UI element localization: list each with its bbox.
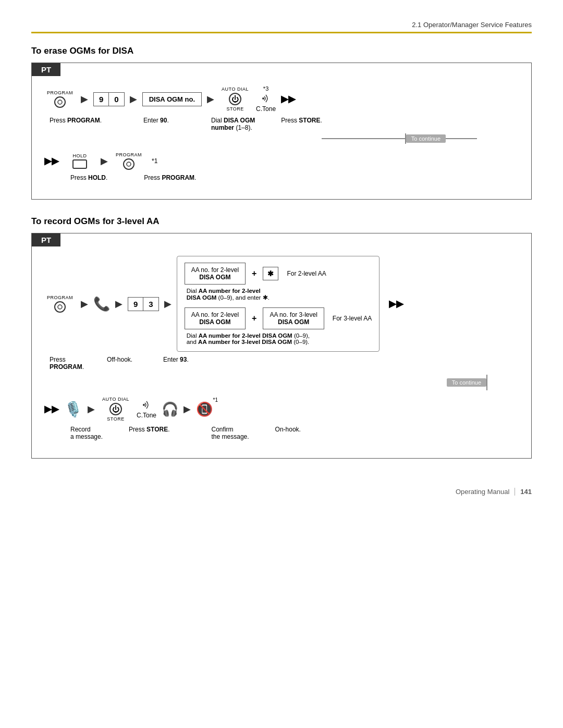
- note-star1-s2: *1: [213, 397, 218, 403]
- program-icon-col-2: PROGRAM: [113, 152, 144, 170]
- disa-ogm-btn: DISA OGM no.: [142, 92, 202, 106]
- branch-2level: AA no. for 2-levelDISA OGM + ✱ For 2-lev…: [185, 263, 372, 285]
- footer-label: Operating Manual: [456, 488, 509, 496]
- double-arrow-s2-2: ▶▶: [44, 403, 59, 415]
- ctone-col: *3 C.Tone: [256, 85, 276, 113]
- pt-label-2: PT: [32, 233, 60, 246]
- label-row-s2-2: Recorda message. Press STORE. Confirmthe…: [44, 426, 519, 440]
- lbl-s2-onhook: On-hook.: [275, 426, 307, 433]
- program-icon-col: PROGRAM: [44, 90, 76, 108]
- program-small-label-2: PROGRAM: [116, 152, 142, 157]
- key-3: 3: [143, 298, 158, 311]
- note-star1-s1: *1: [152, 157, 157, 165]
- s2-program-icon-col: PROGRAM: [44, 295, 76, 313]
- pt-inner-1: PROGRAM ▶ 9 0 ▶ DISA OGM no. ▶: [32, 76, 531, 199]
- to-continue-badge-2: To continue: [447, 378, 486, 387]
- onhook-icon: 📵 *1: [196, 401, 213, 417]
- flow-row-s2-1: PROGRAM ▶ 📞 ▶ 9 3 ▶: [44, 256, 519, 352]
- desc-3level: Dial AA number for 2-level DISA OGM (0–9…: [185, 332, 372, 345]
- hold-icon: [72, 159, 87, 169]
- record-icon: 🎙️: [64, 401, 82, 418]
- pt-label-1: PT: [32, 63, 60, 76]
- footer: Operating Manual 141: [31, 475, 532, 496]
- s2-arrow-confirm: ▶: [183, 403, 191, 415]
- svg-point-0: [58, 100, 62, 104]
- svg-point-1: [262, 97, 264, 100]
- s2-store-sub-label: STORE: [107, 416, 124, 422]
- confirm-icon: 🎧: [162, 401, 178, 417]
- for-3level-label: For 3-level AA: [333, 315, 372, 322]
- s2-store-icon: ⏻: [109, 403, 122, 415]
- hold-small-label: HOLD: [72, 153, 87, 158]
- arrow-2: ▶: [130, 93, 137, 105]
- plus-2: +: [252, 314, 256, 323]
- store-icon-col: AUTO DIAL ⏻ STORE: [219, 87, 251, 112]
- star-btn: ✱: [263, 267, 278, 280]
- for-2level-label: For 2-level AA: [287, 270, 326, 277]
- s2-ctone: C.Tone: [137, 399, 156, 419]
- pt-box-2: PT PROGRAM ▶ 📞 ▶: [31, 233, 532, 459]
- aa-2level-box-b: AA no. for 2-levelDISA OGM: [185, 307, 246, 329]
- lbl-press-program2: Press PROGRAM.: [144, 174, 196, 181]
- lbl-dial-disa: Dial DISA OGMnumber (1–8).: [211, 117, 255, 131]
- key-0: 0: [109, 93, 124, 106]
- pt-inner-2: PROGRAM ▶ 📞 ▶ 9 3 ▶: [32, 246, 531, 458]
- flow-row-s2-2: ▶▶ 🎙️ ▶ AUTO DIAL ⏻ STORE: [44, 397, 519, 422]
- section2-title: To record OGMs for 3-level AA: [31, 216, 532, 227]
- plus-1: +: [252, 269, 256, 278]
- page: 2.1 Operator/Manager Service Features To…: [0, 0, 563, 516]
- label-row-s2-1: PressPROGRAM. Off-hook. Enter 93.: [44, 356, 519, 371]
- arrow-4: ▶: [101, 155, 108, 167]
- label-row-2: Press HOLD. Press PROGRAM.: [44, 174, 519, 181]
- lbl-press-hold: Press HOLD.: [70, 174, 107, 181]
- lbl-s2-press-program: PressPROGRAM.: [50, 356, 84, 371]
- offhook-icon: 📞: [93, 296, 110, 312]
- key-9: 9: [94, 93, 109, 106]
- s2-program-icon: [54, 301, 66, 313]
- lbl-s2-offhook: Off-hook.: [107, 356, 138, 363]
- label-row-1: Press PROGRAM. Enter 90. Dial DISA OGMnu…: [44, 117, 519, 131]
- double-arrow-2: ▶▶: [44, 155, 59, 167]
- arrow-3: ▶: [207, 93, 214, 105]
- lbl-s2-enter-93: Enter 93.: [163, 356, 194, 363]
- store-icon: ⏻: [229, 93, 241, 105]
- svg-point-4: [143, 404, 145, 406]
- lbl-press-program: Press PROGRAM.: [50, 117, 102, 124]
- s2-auto-dial-label: AUTO DIAL: [102, 397, 129, 402]
- to-continue-area: To continue: [44, 133, 519, 144]
- aa-2level-box: AA no. for 2-levelDISA OGM: [185, 263, 246, 285]
- s2-arrow-3: ▶: [164, 298, 172, 310]
- hold-icon-col: HOLD: [64, 153, 95, 169]
- keys-93: 9 3: [128, 297, 159, 311]
- key-9b: 9: [128, 298, 143, 311]
- header: 2.1 Operator/Manager Service Features: [31, 21, 532, 33]
- to-continue-badge: To continue: [406, 134, 446, 143]
- flow-row-2: ▶▶ HOLD ▶ PROGRAM *1: [44, 152, 519, 170]
- lbl-s2-record: Recorda message.: [70, 426, 103, 440]
- store-sub-label: STORE: [226, 106, 243, 112]
- continue-v-line-2: [486, 375, 487, 390]
- pt-box-1: PT PROGRAM ▶ 9 0: [31, 63, 532, 200]
- lbl-enter-90: Enter 90.: [143, 117, 175, 124]
- lbl-s2-press-store: Press STORE.: [129, 426, 169, 433]
- svg-point-2: [127, 162, 131, 166]
- section1-title: To erase OGMs for DISA: [31, 46, 532, 56]
- program-small-label: PROGRAM: [47, 90, 73, 95]
- svg-point-3: [58, 305, 62, 309]
- lbl-press-store: Press STORE.: [281, 117, 322, 124]
- s2-ctone-icon: [141, 399, 152, 411]
- continue-line-h2: [446, 138, 477, 139]
- section-record-ogms: To record OGMs for 3-level AA PT PROGRAM…: [31, 216, 532, 459]
- s2-program-small: PROGRAM: [47, 295, 73, 300]
- footer-page: 141: [515, 488, 532, 496]
- branch-3level: AA no. for 2-levelDISA OGM + AA no. for …: [185, 307, 372, 329]
- arrow-1: ▶: [81, 93, 88, 105]
- note-star3: *3: [263, 85, 268, 92]
- s2-arrow-2: ▶: [115, 298, 123, 310]
- flow-row-1: PROGRAM ▶ 9 0 ▶ DISA OGM no. ▶: [44, 85, 519, 113]
- section-erase-ogms: To erase OGMs for DISA PT PROGRAM ▶: [31, 46, 532, 200]
- s2-store-icon-col: AUTO DIAL ⏻ STORE: [100, 397, 131, 422]
- to-continue-area-2: To continue: [44, 375, 519, 390]
- ctone-label: C.Tone: [256, 105, 276, 113]
- program-icon: [54, 96, 66, 108]
